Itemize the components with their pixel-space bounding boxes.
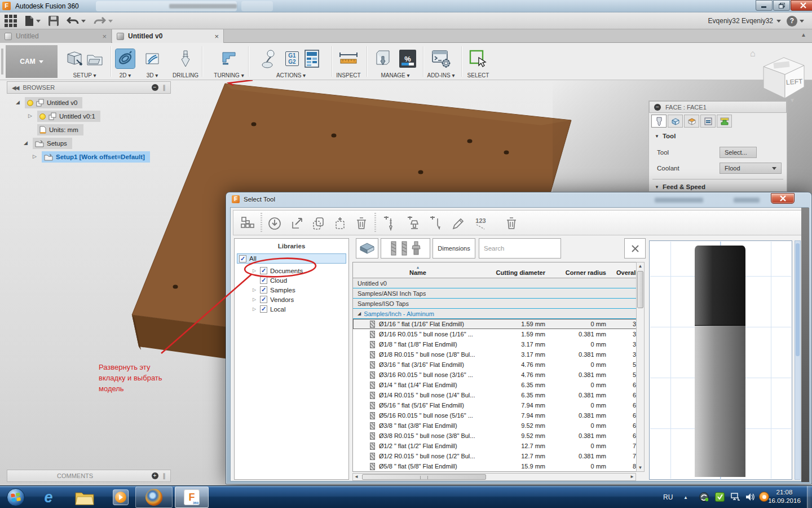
library-item[interactable]: ▷ ✓ Local — [235, 304, 350, 314]
view-layout-button[interactable] — [237, 213, 258, 234]
3d-milling-button[interactable] — [141, 47, 164, 70]
collapsed-caret-icon[interactable]: ▷ — [251, 297, 257, 302]
tab-linking[interactable] — [717, 115, 732, 128]
scroll-down-arrow[interactable]: ▼ — [637, 464, 644, 471]
scrollbar-thumb[interactable] — [637, 271, 643, 308]
checkbox-checked-icon[interactable]: ✓ — [260, 296, 267, 303]
scrollbar-thumb[interactable] — [796, 243, 800, 356]
internet-explorer-icon[interactable]: e — [44, 489, 52, 506]
library-item[interactable]: ✓ Cloud — [235, 275, 350, 285]
tray-antivirus-icon[interactable] — [715, 492, 725, 502]
new-mill-tool-button[interactable] — [379, 213, 400, 234]
manage-buttons[interactable]: % — [371, 47, 420, 70]
collapsed-caret-icon[interactable]: ▷ — [33, 154, 37, 159]
user-account-menu[interactable]: Evqeniy32 Evqeniy32 — [708, 17, 781, 25]
tab-tool[interactable] — [651, 115, 667, 128]
feed-speed-section-header[interactable]: Feed & Speed — [663, 183, 705, 190]
expand-caret-icon[interactable]: ◢ — [24, 140, 28, 146]
file-explorer-button[interactable] — [71, 487, 98, 508]
dialog-close-button[interactable] — [771, 193, 795, 204]
browser-item-label[interactable]: Units: mm — [49, 126, 78, 133]
library-item[interactable]: ▷ ✓ Samples — [235, 285, 350, 295]
save-button[interactable] — [48, 16, 59, 26]
fusion-taskbar-button[interactable]: F360 — [175, 487, 209, 508]
taskbar-clock[interactable]: 21:08 16.09.2016 — [762, 488, 806, 505]
ribbon-group-label[interactable]: TURNING ▾ — [214, 72, 244, 78]
tool-preview[interactable] — [649, 240, 792, 480]
3d-pocket-icon[interactable] — [143, 49, 162, 68]
browser-item-label[interactable]: Untitled v0:1 — [59, 113, 95, 120]
turning-button[interactable] — [214, 47, 244, 70]
new-turning-tool-button[interactable] — [425, 213, 446, 234]
table-horizontal-scrollbar[interactable]: ◄ ► — [352, 473, 636, 481]
maximize-button[interactable] — [773, 0, 790, 11]
expand-comments-icon[interactable]: + — [152, 472, 158, 479]
internet-explorer-button[interactable]: e — [35, 487, 62, 508]
table-row[interactable]: ◢Ø1/4 " flat (1/4" Flat Endmill) 6.35 mm… — [353, 380, 637, 390]
ribbon-group-label[interactable]: 2D ▾ — [120, 72, 131, 78]
browser-item-untitled-v0[interactable]: Untitled v0 — [25, 97, 82, 108]
windows-orb-icon[interactable] — [7, 488, 25, 506]
group-expand-icon[interactable]: ◢ — [358, 311, 361, 316]
checkbox-checked-icon[interactable]: ✓ — [260, 286, 267, 294]
operation-dialog-header[interactable]: − FACE : FACE1 — [649, 101, 787, 113]
export-library-button[interactable] — [286, 213, 307, 234]
close-button[interactable] — [791, 0, 812, 11]
viewcube-down-arrow[interactable]: ▼ — [789, 97, 795, 103]
comments-bar[interactable]: COMMENTS + ∥ — [7, 470, 171, 482]
browser-header[interactable]: ◀◀ BROWSER − ∥ — [7, 81, 171, 94]
redo-button[interactable] — [94, 16, 113, 25]
table-row[interactable]: ◢Untitled v0 — [353, 278, 637, 288]
table-row[interactable]: ◢Ø5/8 " flat (5/8" Flat Endmill) 15.9 mm… — [353, 461, 637, 471]
minimize-panel-icon[interactable]: − — [152, 84, 158, 91]
collapsed-caret-icon[interactable]: ▷ — [251, 268, 257, 273]
material-filter-button[interactable] — [356, 238, 378, 259]
browser-item-label[interactable]: Untitled v0 — [47, 99, 77, 106]
table-row[interactable]: ◢Ø1/2 R0.015 " bull nose (1/2" Bul... 12… — [353, 451, 637, 461]
machining-time-icon[interactable]: % — [399, 50, 416, 68]
tool-library-icon[interactable] — [374, 49, 395, 69]
ribbon-group-label[interactable]: MANAGE ▾ — [381, 72, 409, 78]
visibility-bulb-icon[interactable] — [39, 113, 46, 120]
select-button[interactable] — [466, 47, 491, 70]
table-row[interactable]: ◢Ø1/8 " flat (1/8" Flat Endmill) 3.17 mm… — [353, 339, 637, 349]
file-menu-button[interactable] — [25, 15, 41, 27]
delete-library-button[interactable] — [351, 213, 372, 234]
drill-icon[interactable] — [176, 49, 195, 69]
scrollbar-thumb[interactable] — [362, 474, 486, 480]
undo-button[interactable] — [67, 16, 86, 25]
table-row[interactable]: ◢Ø5/16 " flat (5/16" Flat Endmill) 7.94 … — [353, 400, 637, 410]
copy-button[interactable] — [308, 213, 329, 234]
paste-button[interactable] — [329, 213, 350, 234]
language-indicator[interactable]: RU — [663, 493, 673, 501]
renumber-tools-button[interactable]: 123 — [470, 213, 491, 234]
add-ins-button[interactable] — [427, 47, 454, 70]
library-item[interactable]: ▷ ✓ Documents — [235, 266, 350, 275]
tool-section-header[interactable]: Tool — [663, 133, 676, 139]
browser-item-label[interactable]: Setups — [47, 140, 67, 147]
ribbon-group-label[interactable]: ADD-INS ▾ — [427, 72, 455, 78]
table-row[interactable]: ◢Ø1/8 R0.015 " bull nose (1/8" Bul... 3.… — [353, 349, 637, 360]
tab-passes[interactable] — [700, 115, 716, 128]
checkbox-checked-icon[interactable]: ✓ — [260, 277, 267, 284]
scroll-left-arrow[interactable]: ◄ — [354, 474, 359, 480]
new-setup-icon[interactable] — [64, 49, 85, 69]
dialog-titlebar[interactable]: F Select Tool — [232, 195, 275, 203]
simulate-icon[interactable] — [261, 48, 281, 69]
new-folder-setup-icon[interactable] — [85, 49, 105, 69]
column-header-overall-length[interactable]: Overall l — [608, 269, 637, 276]
new-holder-button[interactable] — [403, 213, 423, 234]
start-button[interactable] — [3, 487, 28, 508]
scroll-up-arrow[interactable]: ▲ — [637, 262, 644, 270]
post-process-icon[interactable]: G1G2 — [285, 51, 298, 66]
media-player-button[interactable] — [107, 487, 134, 508]
minimize-button[interactable] — [756, 0, 773, 11]
firefox-icon[interactable] — [145, 489, 162, 506]
browser-item-setup1[interactable]: Setup1 [Work offset=Default] — [42, 151, 150, 163]
show-desktop-button[interactable] — [807, 486, 812, 508]
fusion-icon[interactable]: F360 — [184, 489, 200, 505]
library-item-all[interactable]: ✓ All — [237, 253, 346, 264]
delete-tool-button[interactable] — [501, 213, 522, 234]
browser-item-setups[interactable]: Setups — [33, 138, 72, 149]
column-header-name[interactable]: ▲Name — [353, 266, 483, 276]
